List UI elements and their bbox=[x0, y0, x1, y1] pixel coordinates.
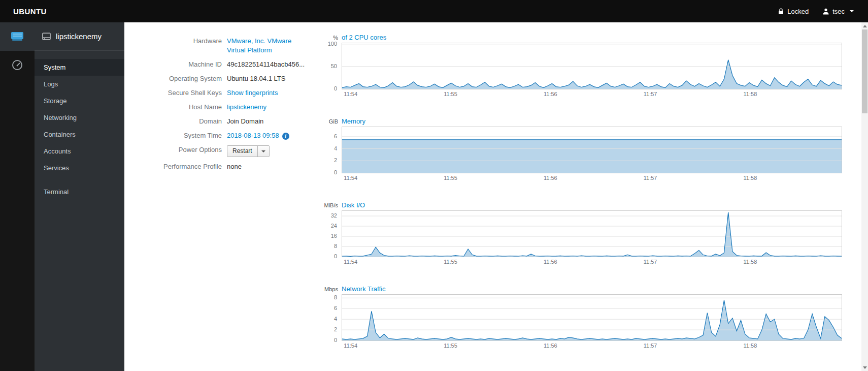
info-text: Join Domain bbox=[227, 117, 263, 125]
sidebar-item-terminal[interactable]: Terminal bbox=[35, 183, 124, 200]
locked-indicator[interactable]: Locked bbox=[778, 8, 809, 15]
chart-unit-label: MiB/s bbox=[305, 202, 342, 208]
host-header[interactable]: lipstickenemy bbox=[35, 22, 124, 51]
sidebar-item-containers[interactable]: Containers bbox=[35, 126, 124, 143]
chart-unit-label: GiB bbox=[305, 118, 342, 125]
x-tick-label: 11:58 bbox=[744, 175, 757, 181]
y-tick-label: 32 bbox=[331, 212, 337, 219]
info-value: VMware, Inc. VMware Virtual Platform bbox=[227, 37, 308, 55]
y-tick-label: 16 bbox=[331, 233, 337, 239]
info-value: Restart bbox=[227, 145, 308, 157]
power-options-group: Restart bbox=[227, 145, 270, 157]
info-label: Power Options bbox=[153, 145, 227, 157]
restart-button[interactable]: Restart bbox=[227, 145, 258, 157]
app-server-icon[interactable] bbox=[0, 22, 35, 51]
info-text: Ubuntu 18.04.1 LTS bbox=[227, 75, 285, 82]
chart-unit-label: Mbps bbox=[305, 286, 342, 292]
chart-memory: GiBMemory024611:5411:5511:5611:5711:58 bbox=[305, 117, 848, 183]
chart-title-link[interactable]: Disk I/O bbox=[342, 201, 365, 209]
info-link[interactable]: Show fingerprints bbox=[227, 89, 278, 97]
scroll-up-arrow[interactable] bbox=[861, 22, 868, 29]
brand-logo: UBUNTU bbox=[0, 7, 47, 16]
x-tick-label: 11:58 bbox=[744, 91, 757, 97]
sidebar-item-storage[interactable]: Storage bbox=[35, 92, 124, 109]
x-tick-label: 11:57 bbox=[644, 91, 657, 97]
sidebar-tools: Terminal bbox=[35, 183, 124, 200]
chart-unit-label: % bbox=[305, 35, 342, 41]
x-tick-label: 11:54 bbox=[344, 343, 357, 349]
chart-header: MiB/sDisk I/O bbox=[305, 201, 848, 210]
x-tick-label: 11:55 bbox=[444, 91, 457, 97]
info-icon[interactable]: i bbox=[282, 133, 289, 140]
x-tick-label: 11:55 bbox=[444, 259, 457, 265]
y-tick-label: 100 bbox=[328, 41, 337, 47]
info-link[interactable]: VMware, Inc. VMware Virtual Platform bbox=[227, 37, 291, 54]
sidebar: lipstickenemy SystemLogsStorageNetworkin… bbox=[35, 22, 124, 371]
chart-header: %of 2 CPU cores bbox=[305, 34, 848, 43]
system-info: HardwareVMware, Inc. VMware Virtual Plat… bbox=[153, 37, 320, 176]
info-label: Machine ID bbox=[153, 60, 227, 69]
host-name: lipstickenemy bbox=[56, 32, 102, 41]
info-row-host-name: Host Namelipstickenemy bbox=[153, 103, 320, 112]
chart-y-axis: 0246 bbox=[305, 127, 342, 173]
chart-x-axis: 11:5411:5511:5611:5711:58 bbox=[305, 91, 848, 99]
y-tick-label: 24 bbox=[331, 223, 337, 229]
topbar-right: Locked tsec bbox=[778, 8, 868, 15]
x-tick-label: 11:57 bbox=[644, 175, 657, 181]
sidebar-item-system[interactable]: System bbox=[35, 59, 124, 76]
app-dashboard-icon[interactable] bbox=[0, 51, 35, 79]
info-link[interactable]: 2018-08-13 09:58 bbox=[227, 132, 279, 139]
y-tick-label: 2 bbox=[334, 326, 337, 332]
info-label: Secure Shell Keys bbox=[153, 88, 227, 98]
server-icon bbox=[42, 32, 51, 41]
user-menu[interactable]: tsec bbox=[823, 8, 854, 15]
x-tick-label: 11:55 bbox=[444, 343, 457, 349]
restart-dropdown-toggle[interactable] bbox=[257, 145, 270, 157]
sidebar-item-accounts[interactable]: Accounts bbox=[35, 143, 124, 160]
chart-y-axis: 02468 bbox=[305, 294, 342, 341]
info-value: lipstickenemy bbox=[227, 103, 308, 112]
y-tick-label: 6 bbox=[334, 133, 337, 139]
chart-plot-area bbox=[342, 127, 842, 173]
x-tick-label: 11:56 bbox=[544, 343, 557, 349]
chart-plot-area bbox=[342, 294, 842, 341]
info-row-hardware: HardwareVMware, Inc. VMware Virtual Plat… bbox=[153, 37, 320, 55]
top-bar: UBUNTU Locked tsec bbox=[0, 0, 868, 22]
chart-y-axis: 08162432 bbox=[305, 210, 342, 257]
chart-network-traffic: MbpsNetwork Traffic0246811:5411:5511:561… bbox=[305, 285, 848, 351]
chart-title-link[interactable]: Memory bbox=[342, 117, 365, 125]
x-tick-label: 11:56 bbox=[544, 175, 557, 181]
scroll-down-arrow[interactable] bbox=[861, 364, 868, 371]
info-value: Show fingerprints bbox=[227, 88, 308, 98]
x-tick-label: 11:55 bbox=[444, 175, 457, 181]
chart-plot-area bbox=[342, 43, 842, 89]
chevron-down-icon bbox=[261, 150, 265, 152]
lock-icon bbox=[778, 8, 784, 15]
info-value: none bbox=[227, 162, 308, 171]
x-tick-label: 11:56 bbox=[544, 91, 557, 97]
chart-of-2-cpu-cores: %of 2 CPU cores05010011:5411:5511:5611:5… bbox=[305, 34, 848, 99]
triangle-down-icon bbox=[863, 366, 867, 369]
info-value: 2018-08-13 09:58i bbox=[227, 131, 308, 140]
info-label: Operating System bbox=[153, 74, 227, 83]
chart-disk-i-o: MiB/sDisk I/O0816243211:5411:5511:5611:5… bbox=[305, 201, 848, 267]
info-label: Performance Profile bbox=[153, 162, 227, 171]
chart-title-link[interactable]: of 2 CPU cores bbox=[342, 34, 386, 41]
main-content: HardwareVMware, Inc. VMware Virtual Plat… bbox=[124, 22, 868, 371]
x-tick-label: 11:57 bbox=[644, 343, 657, 349]
user-icon bbox=[823, 8, 829, 15]
sidebar-menu: SystemLogsStorageNetworkingContainersAcc… bbox=[35, 51, 124, 176]
y-tick-label: 6 bbox=[334, 305, 337, 311]
sidebar-item-services[interactable]: Services bbox=[35, 160, 124, 176]
info-link[interactable]: lipstickenemy bbox=[227, 103, 266, 111]
scrollbar[interactable] bbox=[861, 22, 868, 371]
sidebar-item-logs[interactable]: Logs bbox=[35, 76, 124, 92]
chart-title-link[interactable]: Network Traffic bbox=[342, 285, 385, 293]
scrollbar-thumb[interactable] bbox=[862, 29, 867, 113]
chart-plot-area bbox=[342, 210, 842, 257]
x-tick-label: 11:58 bbox=[744, 259, 757, 265]
x-tick-label: 11:54 bbox=[344, 91, 357, 97]
chart-header: GiBMemory bbox=[305, 117, 848, 127]
sidebar-item-networking[interactable]: Networking bbox=[35, 109, 124, 126]
y-tick-label: 8 bbox=[334, 243, 337, 249]
